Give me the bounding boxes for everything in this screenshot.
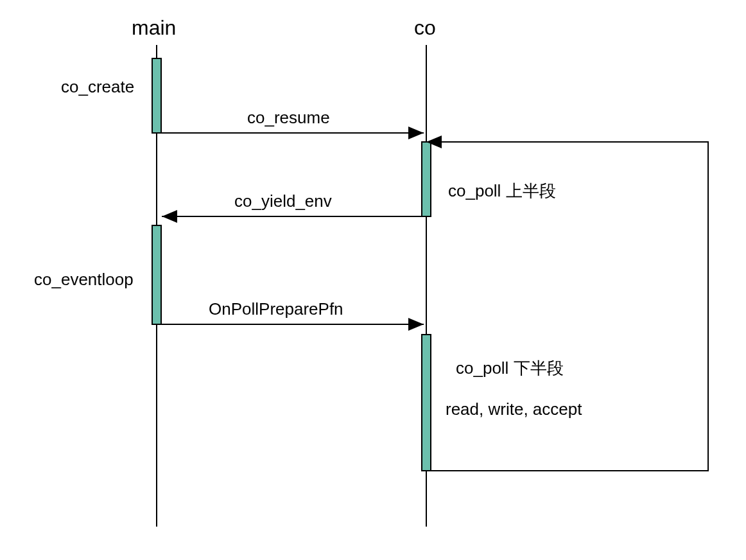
arrowhead-co-yield-env [162, 210, 177, 223]
label-read-write-accept: read, write, accept [446, 399, 582, 419]
participant-main-label: main [132, 16, 176, 40]
label-co-eventloop: co_eventloop [34, 270, 134, 290]
arrowhead-co-resume [408, 127, 424, 139]
label-co-yield-env: co_yield_env [234, 191, 332, 211]
loop-bottom-horizontal [431, 470, 709, 471]
label-co-poll-lower: co_poll 下半段 [456, 357, 564, 380]
participant-co-label: co [414, 16, 436, 40]
activation-co-upper [421, 141, 431, 217]
activation-co-lower [421, 334, 431, 471]
arrowhead-loop-back [426, 136, 442, 148]
message-line-on-poll-prepare [162, 324, 424, 325]
label-co-poll-upper: co_poll 上半段 [448, 180, 556, 202]
label-co-create: co_create [61, 77, 134, 97]
activation-main-create [152, 58, 162, 134]
label-co-resume: co_resume [247, 108, 330, 128]
arrowhead-on-poll-prepare [408, 318, 424, 331]
label-on-poll-prepare: OnPollPreparePfn [209, 299, 343, 319]
activation-main-eventloop [152, 225, 162, 325]
message-line-co-yield-env [162, 216, 421, 217]
message-line-co-resume [162, 132, 424, 134]
loop-right-vertical [707, 141, 709, 471]
loop-top-horizontal [426, 141, 709, 143]
